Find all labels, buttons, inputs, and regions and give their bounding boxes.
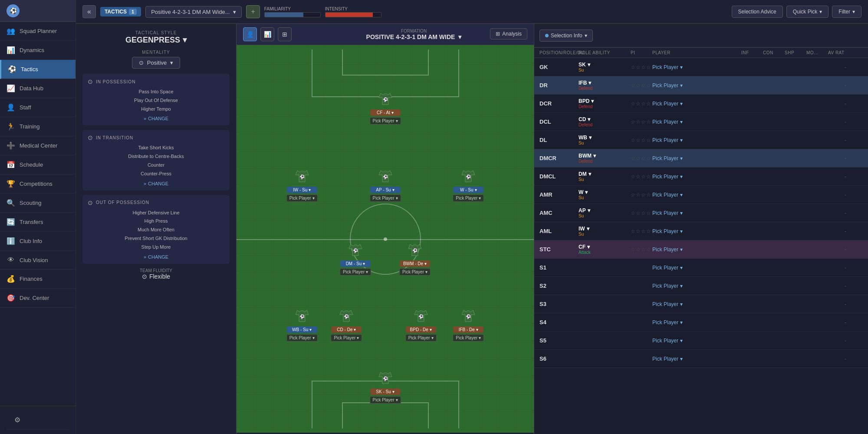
player-list-row-0[interactable]: GK SK ▾ Su ☆☆☆☆☆ Pick Player ▾ - bbox=[534, 58, 868, 76]
pick-player-cell-9[interactable]: Pick Player ▾ bbox=[652, 228, 741, 234]
player-list-row-2[interactable]: DCR BPD ▾ Defend ☆☆☆☆☆ Pick Player ▾ - bbox=[534, 95, 868, 113]
pos-badge-aml[interactable]: IW - Su ▾ bbox=[287, 187, 317, 193]
pick-player-cell-15[interactable]: Pick Player ▾ bbox=[652, 338, 741, 344]
pick-player-cell-3[interactable]: Pick Player ▾ bbox=[652, 119, 741, 125]
tactic-name-dropdown[interactable]: Positive 4-2-3-1 DM AM Wide... ▾ bbox=[145, 6, 242, 18]
quick-pick-button[interactable]: Quick Pick ▾ bbox=[786, 6, 829, 18]
sidebar-item-club-info[interactable]: ℹ️ Club Info bbox=[0, 232, 76, 251]
player-list-row-3[interactable]: DCL CD ▾ Defend ☆☆☆☆☆ Pick Player ▾ - bbox=[534, 113, 868, 131]
player-list-row-7[interactable]: AMR W ▾ Su ☆☆☆☆☆ Pick Player ▾ - bbox=[534, 186, 868, 204]
player-list-row-1[interactable]: DR IFB ▾ Defend ☆☆☆☆☆ Pick Player ▾ - bbox=[534, 76, 868, 95]
pick-player-btn-dcr[interactable]: Pick Player ▾ bbox=[405, 334, 437, 342]
sidebar-item-finances[interactable]: 💰 Finances bbox=[0, 270, 76, 289]
pos-badge-amr[interactable]: W - Su ▾ bbox=[453, 187, 483, 193]
sidebar-item-staff[interactable]: 👤 Staff bbox=[0, 98, 76, 117]
pick-player-cell-0[interactable]: Pick Player ▾ bbox=[652, 64, 741, 70]
player-list-row-12[interactable]: S2 Pick Player ▾ - bbox=[534, 277, 868, 295]
pick-player-btn-dml[interactable]: Pick Player ▾ bbox=[340, 268, 371, 276]
pick-player-cell-16[interactable]: Pick Player ▾ bbox=[652, 356, 741, 362]
pick-player-cell-14[interactable]: Pick Player ▾ bbox=[652, 319, 741, 326]
player-list-row-6[interactable]: DMCL DM ▾ Su ☆☆☆☆☆ Pick Player ▾ - bbox=[534, 168, 868, 186]
pitch-grid-icon-btn[interactable]: ⊞ bbox=[278, 27, 292, 41]
pick-player-cell-5[interactable]: Pick Player ▾ bbox=[652, 155, 741, 161]
player-list-row-10[interactable]: STC CF ▾ Attack ☆☆☆☆☆ Pick Player ▾ - bbox=[534, 240, 868, 259]
sidebar-item-scouting[interactable]: 🔍 Scouting bbox=[0, 194, 76, 213]
pos-badge-st[interactable]: CF - At ▾ bbox=[370, 109, 400, 116]
pick-player-btn-st[interactable]: Pick Player ▾ bbox=[369, 117, 401, 125]
pick-player-btn-rb[interactable]: Pick Player ▾ bbox=[453, 334, 484, 342]
pick-player-btn-amr[interactable]: Pick Player ▾ bbox=[453, 194, 484, 202]
player-list-row-13[interactable]: S3 Pick Player ▾ - bbox=[534, 295, 868, 313]
pos-badge-gk[interactable]: SK - Su ▾ bbox=[370, 388, 400, 395]
pos-badge-dmr[interactable]: BWM - De ▾ bbox=[400, 260, 430, 267]
pick-player-cell-13[interactable]: Pick Player ▾ bbox=[652, 301, 741, 307]
role-dropdown-4[interactable]: ▾ bbox=[589, 135, 592, 141]
pick-player-cell-12[interactable]: Pick Player ▾ bbox=[652, 283, 741, 289]
pick-player-btn-dcl[interactable]: Pick Player ▾ bbox=[331, 334, 362, 342]
sidebar-item-transfers[interactable]: 🔄 Transfers bbox=[0, 213, 76, 232]
pick-player-btn-am[interactable]: Pick Player ▾ bbox=[369, 194, 401, 202]
pos-badge-dcr[interactable]: BPD - De ▾ bbox=[406, 326, 436, 333]
player-list-row-8[interactable]: AMC AP ▾ Su ☆☆☆☆☆ Pick Player ▾ - bbox=[534, 204, 868, 222]
pos-badge-dml[interactable]: DM - Su ▾ bbox=[340, 260, 371, 267]
pos-badge-rb[interactable]: IFB - De ▾ bbox=[453, 326, 483, 333]
role-dropdown-3[interactable]: ▾ bbox=[588, 116, 590, 122]
sidebar-item-data-hub[interactable]: 📈 Data Hub bbox=[0, 79, 76, 98]
mentality-dropdown[interactable]: ⊙ Positive ▾ bbox=[132, 57, 181, 69]
pos-badge-am[interactable]: AP - Su ▾ bbox=[370, 187, 400, 193]
pick-player-cell-10[interactable]: Pick Player ▾ bbox=[652, 247, 741, 253]
pitch-stats-icon-btn[interactable]: 📊 bbox=[260, 27, 274, 41]
role-dropdown-8[interactable]: ▾ bbox=[588, 207, 590, 214]
role-dropdown-6[interactable]: ▾ bbox=[589, 171, 591, 177]
pick-player-btn-lb[interactable]: Pick Player ▾ bbox=[286, 334, 318, 342]
phase-label-in-possession: IN POSSESSION bbox=[96, 79, 135, 84]
sidebar-item-competitions[interactable]: 🏆 Competitions bbox=[0, 174, 76, 194]
role-dropdown-1[interactable]: ▾ bbox=[589, 80, 591, 86]
role-dropdown-9[interactable]: ▾ bbox=[587, 226, 589, 232]
sidebar-item-dynamics[interactable]: 📊 Dynamics bbox=[0, 41, 76, 60]
pos-badge-dcl[interactable]: CD - De ▾ bbox=[331, 326, 362, 333]
pick-player-cell-7[interactable]: Pick Player ▾ bbox=[652, 192, 741, 198]
role-dropdown-5[interactable]: ▾ bbox=[593, 153, 596, 159]
analysis-button[interactable]: ⊞ Analysis bbox=[490, 28, 527, 39]
pick-player-cell-6[interactable]: Pick Player ▾ bbox=[652, 174, 741, 180]
player-list-row-14[interactable]: S4 Pick Player ▾ - bbox=[534, 313, 868, 332]
change-btn-in-transition[interactable]: » CHANGE bbox=[88, 181, 224, 186]
role-dropdown-2[interactable]: ▾ bbox=[591, 98, 594, 104]
change-btn-out-of-possession[interactable]: » CHANGE bbox=[88, 254, 224, 260]
change-btn-in-possession[interactable]: » CHANGE bbox=[88, 116, 224, 121]
selection-info-button[interactable]: Selection Info ▾ bbox=[539, 30, 593, 42]
player-list-row-15[interactable]: S5 Pick Player ▾ - bbox=[534, 332, 868, 350]
pos-badge-lb[interactable]: WB - Su ▾ bbox=[287, 326, 317, 333]
pick-player-cell-2[interactable]: Pick Player ▾ bbox=[652, 101, 741, 107]
pick-player-cell-4[interactable]: Pick Player ▾ bbox=[652, 137, 741, 143]
pitch-formation-icon-btn[interactable]: 👤 bbox=[243, 27, 257, 41]
back-button[interactable]: « bbox=[82, 5, 96, 18]
player-list-row-4[interactable]: DL WB ▾ Su ☆☆☆☆☆ Pick Player ▾ - bbox=[534, 131, 868, 149]
player-list-row-9[interactable]: AML IW ▾ Su ☆☆☆☆☆ Pick Player ▾ - bbox=[534, 222, 868, 240]
pick-player-cell-11[interactable]: Pick Player ▾ bbox=[652, 265, 741, 271]
sidebar-item-medical-center[interactable]: ➕ Medical Center bbox=[0, 136, 76, 155]
add-tactic-button[interactable]: + bbox=[246, 5, 260, 18]
sidebar-item-club-vision[interactable]: 👁 Club Vision bbox=[0, 251, 76, 270]
pick-player-btn-gk[interactable]: Pick Player ▾ bbox=[369, 396, 401, 404]
pick-player-btn-dmr[interactable]: Pick Player ▾ bbox=[399, 268, 431, 276]
sidebar-item-schedule[interactable]: 📅 Schedule bbox=[0, 155, 76, 174]
pick-player-btn-aml[interactable]: Pick Player ▾ bbox=[286, 194, 318, 202]
sidebar-item-training[interactable]: 🏃 Training bbox=[0, 117, 76, 136]
player-list-row-11[interactable]: S1 Pick Player ▾ - bbox=[534, 259, 868, 277]
player-list-row-5[interactable]: DMCR BWM ▾ Defend ☆☆☆☆☆ Pick Player ▾ - bbox=[534, 149, 868, 168]
sidebar-item-tactics[interactable]: ⚽ Tactics bbox=[0, 60, 76, 79]
sidebar-item-squad-planner[interactable]: 👥 Squad Planner bbox=[0, 22, 76, 41]
pick-player-cell-8[interactable]: Pick Player ▾ bbox=[652, 210, 741, 216]
sidebar-item-settings[interactable]: ⚙ bbox=[7, 411, 69, 430]
role-dropdown-7[interactable]: ▾ bbox=[585, 189, 588, 195]
star-2-2: ☆ bbox=[641, 101, 646, 107]
role-dropdown-10[interactable]: ▾ bbox=[587, 244, 590, 250]
player-list-row-16[interactable]: S6 Pick Player ▾ - bbox=[534, 350, 868, 368]
selection-advice-button[interactable]: Selection Advice bbox=[732, 6, 783, 18]
filter-button[interactable]: Filter ▾ bbox=[832, 6, 861, 18]
sidebar-item-dev-center[interactable]: 🎯 Dev. Center bbox=[0, 289, 76, 308]
role-dropdown-0[interactable]: ▾ bbox=[588, 62, 590, 68]
pick-player-cell-1[interactable]: Pick Player ▾ bbox=[652, 82, 741, 89]
